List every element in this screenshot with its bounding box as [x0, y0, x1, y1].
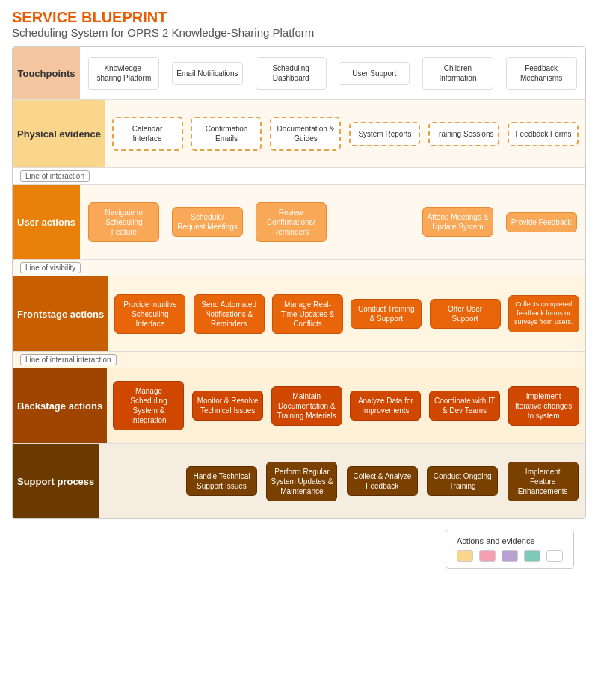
- support-label: Support process: [13, 444, 99, 518]
- row-physical: Physical evidence Calendar Interface Con…: [13, 100, 585, 168]
- physical-card-1: Calendar Interface: [112, 117, 183, 151]
- user-card-2: Schedule/ Request Meetings: [172, 207, 243, 237]
- physical-card-5: Training Sessions: [428, 122, 499, 146]
- frontstage-card-2: Send Automated Notifications & Reminders: [194, 294, 265, 334]
- backstage-card-3: Maintain Documentation & Training Materi…: [271, 386, 342, 426]
- legend-swatch-2: [479, 550, 496, 562]
- touchpoint-card-5: Children Information: [422, 57, 493, 90]
- line-interaction-badge: Line of interaction: [20, 170, 90, 182]
- user-card-3: Review Confirmations/ Reminders: [256, 202, 327, 242]
- frontstage-card-3: Manage Real-Time Updates & Conflicts: [272, 294, 343, 334]
- touchpoint-card-6: Feedback Mechanisms: [506, 57, 577, 90]
- touchpoint-card-3: Scheduling Dashboard: [256, 57, 327, 90]
- frontstage-label: Frontstage actions: [13, 276, 108, 351]
- support-content: Handle Technical Support Issues Perform …: [99, 444, 585, 518]
- page: SERVICE BLUEPRINT Scheduling System for …: [0, 0, 598, 583]
- touchpoint-card-4: User Support: [339, 62, 410, 85]
- line-internal: Line of internal interaction: [13, 352, 585, 368]
- row-backstage: Backstage actions Manage Scheduling Syst…: [13, 368, 585, 444]
- backstage-content: Manage Scheduling System & Integration M…: [107, 368, 585, 443]
- touchpoint-card-1: Knowledge-sharing Platform: [88, 57, 159, 90]
- user-content: Navigate to Scheduling Feature Schedule/…: [80, 185, 585, 259]
- line-visibility: Line of visibility: [13, 260, 585, 276]
- legend-box: Actions and evidence: [446, 530, 574, 569]
- backstage-label: Backstage actions: [13, 368, 107, 443]
- row-touchpoints: Touchpoints Knowledge-sharing Platform E…: [13, 47, 585, 100]
- user-label: User actions: [13, 185, 80, 259]
- backstage-card-2: Monitor & Resolve Technical Issues: [192, 391, 263, 421]
- touchpoints-label: Touchpoints: [13, 47, 80, 99]
- backstage-card-5: Coordinate with IT & Dev Teams: [429, 391, 500, 421]
- physical-card-2: Confirmation Emails: [191, 117, 262, 151]
- touchpoints-content: Knowledge-sharing Platform Email Notific…: [80, 47, 585, 99]
- legend-title: Actions and evidence: [457, 536, 563, 545]
- legend-swatch-4: [524, 550, 540, 562]
- backstage-card-4: Analyze Data for Improvements: [350, 391, 421, 421]
- backstage-card-6: Implement Iterative changes to system: [508, 386, 579, 426]
- row-support: Support process Handle Technical Support…: [13, 444, 585, 518]
- support-card-6: Implement Feature Enhancements: [508, 462, 579, 501]
- row-user: User actions Navigate to Scheduling Feat…: [13, 185, 585, 260]
- legend-swatch-5: [546, 550, 563, 562]
- backstage-card-1: Manage Scheduling System & Integration: [113, 381, 184, 430]
- line-visibility-badge: Line of visibility: [20, 262, 81, 273]
- touchpoint-card-2: Email Notifications: [172, 62, 243, 85]
- support-card-3: Perform Regular System Updates & Mainten…: [266, 462, 337, 501]
- physical-card-4: System Reports: [349, 122, 420, 146]
- support-card-5: Conduct Ongoing Training: [427, 466, 498, 496]
- blueprint-container: Touchpoints Knowledge-sharing Platform E…: [12, 46, 586, 519]
- line-interaction: Line of interaction: [13, 168, 585, 185]
- physical-content: Calendar Interface Confirmation Emails D…: [105, 100, 585, 167]
- legend-swatch-3: [502, 550, 518, 562]
- user-card-6: Provide Feedback: [506, 212, 577, 232]
- frontstage-card-1: Provide Intuitive Scheduling Interface: [114, 294, 185, 334]
- legend-section: Actions and evidence: [12, 524, 586, 574]
- physical-card-6: Feedback Forms: [508, 122, 579, 146]
- legend-swatch-1: [457, 550, 473, 562]
- frontstage-card-6: Collects completed feedback forms or sur…: [508, 295, 579, 332]
- legend-items: [457, 550, 563, 562]
- main-title: SERVICE BLUEPRINT: [12, 9, 586, 26]
- physical-label: Physical evidence: [13, 100, 105, 167]
- row-frontstage: Frontstage actions Provide Intuitive Sch…: [13, 276, 585, 352]
- line-internal-badge: Line of internal interaction: [20, 354, 117, 365]
- physical-card-3: Documentation & Guides: [270, 117, 341, 151]
- user-card-5: Attend Meetings & Update System: [422, 207, 493, 237]
- title-section: SERVICE BLUEPRINT Scheduling System for …: [12, 9, 586, 39]
- sub-title: Scheduling System for OPRS 2 Knowledge-S…: [12, 26, 586, 39]
- user-card-1: Navigate to Scheduling Feature: [88, 202, 159, 242]
- frontstage-card-4: Conduct Training & Support: [351, 299, 422, 329]
- support-card-4: Collect & Analyze Feedback: [347, 466, 418, 496]
- frontstage-content: Provide Intuitive Scheduling Interface S…: [108, 276, 585, 351]
- frontstage-card-5: Offer User Support: [430, 299, 501, 329]
- support-card-2: Handle Technical Support Issues: [186, 466, 257, 496]
